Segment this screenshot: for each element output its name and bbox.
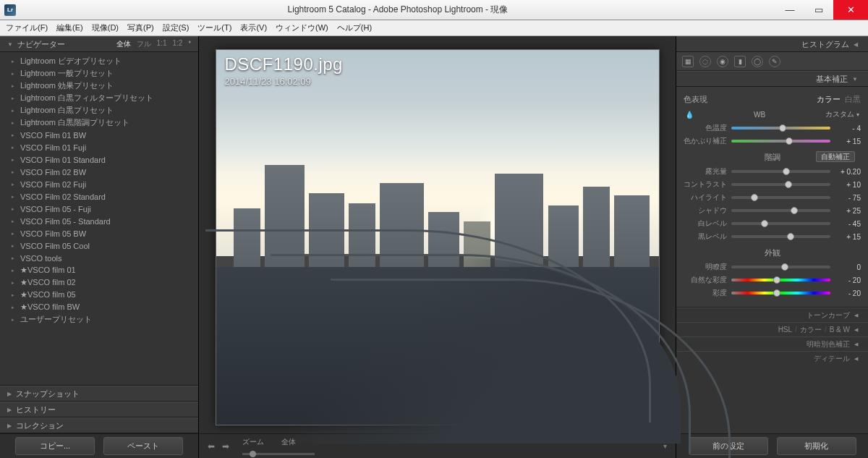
- copy-button[interactable]: コピー...: [15, 437, 95, 455]
- histogram-header[interactable]: ヒストグラム◀: [676, 36, 868, 52]
- tonecurve-header[interactable]: トーンカーブ◀: [676, 308, 868, 322]
- treatment-color[interactable]: カラー: [817, 95, 841, 103]
- zoom-tab[interactable]: 1:2: [173, 39, 183, 49]
- preset-item[interactable]: VSCO Film 05 BW: [0, 227, 198, 239]
- gradient-tool-icon[interactable]: ▮: [734, 56, 746, 67]
- zoom-slider[interactable]: [242, 453, 315, 455]
- eyedropper-icon[interactable]: 💧: [685, 111, 694, 119]
- preset-item[interactable]: ★VSCO film 01: [0, 264, 198, 276]
- preset-item[interactable]: VSCO Film 02 Fuji: [0, 178, 198, 190]
- redeye-tool-icon[interactable]: ◉: [717, 56, 728, 67]
- preset-item[interactable]: VSCO Film 05 Cool: [0, 239, 198, 252]
- preset-item[interactable]: Lightroom 白黒階調プリセット: [0, 116, 198, 129]
- brush-tool-icon[interactable]: ✎: [769, 56, 780, 67]
- slider-track[interactable]: [731, 222, 830, 225]
- slider-value[interactable]: + 0.20: [835, 168, 861, 176]
- slider-knob[interactable]: [773, 289, 780, 297]
- navigator-header[interactable]: ▼ ナビゲーター 全体フル1:11:2♦: [0, 36, 198, 52]
- menu-item[interactable]: 写真(P): [124, 21, 157, 35]
- preset-item[interactable]: VSCO Film 01 BW: [0, 129, 198, 141]
- crop-tool-icon[interactable]: ▦: [682, 56, 694, 67]
- slider-track[interactable]: [731, 209, 830, 212]
- slider-track[interactable]: [731, 170, 830, 173]
- preset-item[interactable]: ユーザープリセット: [0, 313, 198, 326]
- menu-item[interactable]: ツール(T): [195, 21, 234, 35]
- hsl-header[interactable]: HSL/カラー/B & W◀: [676, 322, 868, 336]
- preset-item[interactable]: Lightroom ビデオプリセット: [0, 55, 198, 67]
- basic-panel-header[interactable]: 基本補正▼: [676, 71, 868, 87]
- auto-tone-button[interactable]: 自動補正: [816, 151, 855, 162]
- slider-track[interactable]: [731, 127, 830, 130]
- collection-header[interactable]: ▶コレクション: [0, 417, 198, 433]
- slider-value[interactable]: - 20: [835, 276, 861, 284]
- treatment-bw[interactable]: 白黒: [845, 95, 861, 103]
- preset-item[interactable]: VSCO Film 05 - Standard: [0, 215, 198, 227]
- preset-item[interactable]: VSCO Film 01 Standard: [0, 153, 198, 166]
- slider-track[interactable]: [731, 279, 830, 281]
- slider-track[interactable]: [731, 140, 830, 143]
- preset-item[interactable]: VSCO Film 02 BW: [0, 166, 198, 178]
- slider-value[interactable]: + 15: [835, 233, 861, 241]
- minimize-button[interactable]: —: [775, 0, 804, 20]
- slider-track[interactable]: [731, 235, 830, 238]
- slider-knob[interactable]: [791, 207, 798, 214]
- slider-value[interactable]: + 10: [835, 181, 861, 189]
- image-area[interactable]: DSCF1190.jpg 2014/11/23 16:02:09: [199, 36, 676, 433]
- menu-item[interactable]: 表示(V): [237, 21, 270, 35]
- slider-value[interactable]: - 45: [835, 220, 861, 228]
- slider-value[interactable]: - 75: [835, 194, 861, 202]
- preset-item[interactable]: VSCO Film 05 - Fuji: [0, 203, 198, 215]
- menu-item[interactable]: ヘルプ(H): [334, 21, 375, 35]
- preset-item[interactable]: VSCO tools: [0, 252, 198, 264]
- reset-button[interactable]: 初期化: [777, 437, 856, 455]
- zoom-tab[interactable]: フル: [137, 39, 151, 49]
- preset-item[interactable]: Lightroom 白黒プリセット: [0, 104, 198, 116]
- menu-item[interactable]: 編集(E): [54, 21, 86, 35]
- preset-item[interactable]: VSCO Film 02 Standard: [0, 190, 198, 203]
- history-header[interactable]: ▶ヒストリー: [0, 402, 198, 417]
- slider-knob[interactable]: [785, 181, 792, 188]
- preset-item[interactable]: ★VSCO film BW: [0, 301, 198, 313]
- slider-knob[interactable]: [781, 263, 788, 271]
- menu-item[interactable]: ウィンドウ(W): [273, 21, 331, 35]
- slider-value[interactable]: - 20: [835, 289, 861, 297]
- slider-track[interactable]: [731, 183, 830, 186]
- maximize-button[interactable]: ▭: [804, 0, 833, 20]
- slider-knob[interactable]: [787, 233, 794, 240]
- preset-item[interactable]: VSCO Film 01 Fuji: [0, 141, 198, 153]
- snapshot-header[interactable]: ▶スナップショット: [0, 386, 198, 402]
- slider-knob[interactable]: [786, 137, 793, 145]
- preset-item[interactable]: Lightroom 一般プリセット: [0, 67, 198, 80]
- zoom-tab[interactable]: 1:1: [157, 39, 167, 49]
- preset-item[interactable]: Lightroom 白黒フィルタープリセット: [0, 92, 198, 104]
- slider-knob[interactable]: [783, 168, 790, 175]
- wb-value[interactable]: カスタム: [825, 110, 854, 118]
- slider-knob[interactable]: [773, 276, 780, 284]
- menu-item[interactable]: 現像(D): [89, 21, 122, 35]
- slider-value[interactable]: + 15: [835, 137, 861, 145]
- detail-header[interactable]: ディテール◀: [676, 351, 868, 365]
- menu-item[interactable]: ファイル(F): [3, 21, 51, 35]
- slider-track[interactable]: [731, 292, 830, 294]
- zoom-more-icon[interactable]: ♦: [188, 39, 191, 49]
- menu-item[interactable]: 設定(S): [160, 21, 192, 35]
- slider-value[interactable]: + 25: [835, 207, 861, 215]
- preset-item[interactable]: ★VSCO film 05: [0, 289, 198, 301]
- radial-tool-icon[interactable]: ◯: [752, 56, 763, 67]
- slider-knob[interactable]: [761, 220, 768, 227]
- image-preview[interactable]: DSCF1190.jpg 2014/11/23 16:02:09: [216, 49, 660, 425]
- paste-button[interactable]: ペースト: [103, 437, 183, 455]
- triangle-icon: ▼: [7, 41, 13, 48]
- zoom-tab[interactable]: 全体: [116, 39, 131, 49]
- slider-track[interactable]: [731, 196, 830, 199]
- preset-item[interactable]: Lightroom 効果プリセット: [0, 80, 198, 92]
- slider-knob[interactable]: [779, 124, 786, 132]
- preset-item[interactable]: ★VSCO film 02: [0, 276, 198, 289]
- slider-knob[interactable]: [751, 194, 758, 201]
- spot-tool-icon[interactable]: ◌: [699, 56, 711, 67]
- splittone-header[interactable]: 明暗別色補正◀: [676, 336, 868, 351]
- slider-value[interactable]: - 4: [835, 124, 861, 132]
- slider-track[interactable]: [731, 266, 830, 268]
- close-button[interactable]: ✕: [833, 0, 868, 20]
- slider-value[interactable]: 0: [835, 263, 861, 271]
